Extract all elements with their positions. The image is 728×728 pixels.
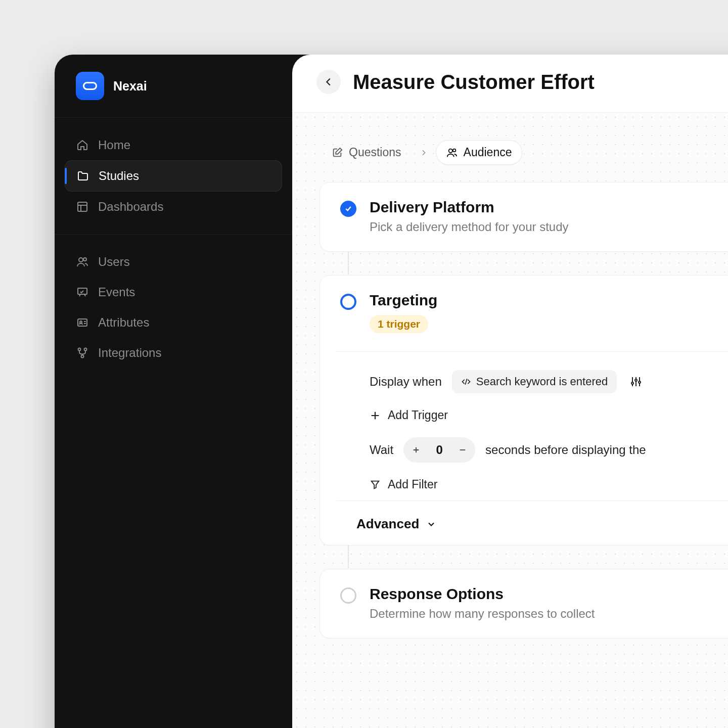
page-title: Measure Customer Effort	[353, 71, 595, 94]
arrow-left-icon	[323, 76, 334, 87]
tab-audience[interactable]: Audience	[436, 140, 523, 165]
brand-logo	[76, 72, 104, 100]
brand-logo-icon	[83, 82, 97, 90]
svg-point-2	[83, 258, 86, 261]
sidebar-item-events[interactable]: Events	[65, 277, 282, 307]
sidebar-item-studies[interactable]: Studies	[65, 160, 282, 192]
brand-name: Nexai	[113, 79, 147, 94]
sidebar-item-label: Studies	[99, 169, 139, 183]
card-delivery-platform[interactable]: Delivery Platform Pick a delivery method…	[320, 182, 728, 252]
wait-label: Wait	[370, 443, 393, 457]
layout-icon	[76, 200, 89, 213]
brand: Nexai	[55, 55, 292, 118]
tab-label: Audience	[464, 146, 512, 159]
svg-point-10	[452, 149, 456, 152]
header: Measure Customer Effort	[292, 55, 728, 113]
tabs: Questions Audience	[320, 140, 728, 165]
filter-icon	[370, 479, 381, 490]
sidebar-item-label: Home	[98, 138, 130, 152]
users-icon	[76, 255, 89, 268]
card-targeting: Targeting 1 trigger Display when Search …	[320, 275, 728, 545]
wait-value: 0	[427, 443, 452, 457]
sidebar-item-label: Dashboards	[98, 200, 163, 214]
status-pending-icon	[340, 587, 356, 604]
presentation-icon	[76, 286, 89, 299]
folder-icon	[76, 169, 89, 183]
edit-icon	[332, 147, 343, 158]
display-when-row: Display when Search keyword is entered	[370, 370, 728, 393]
sidebar: Nexai Home Studies Dashboards	[55, 55, 292, 728]
sidebar-item-users[interactable]: Users	[65, 247, 282, 277]
card-body: Response Options Determine how many resp…	[370, 585, 728, 621]
plus-icon	[370, 410, 381, 421]
svg-point-1	[79, 258, 83, 262]
sidebar-item-label: Attributes	[98, 315, 149, 330]
trigger-chip-label: Search keyword is entered	[476, 375, 608, 388]
card-subtitle: Pick a delivery method for your study	[370, 220, 728, 234]
trigger-settings-button[interactable]	[627, 373, 645, 391]
users-icon	[446, 147, 458, 158]
tab-questions[interactable]: Questions	[322, 141, 412, 164]
chevron-down-icon	[426, 519, 436, 529]
svg-point-7	[84, 348, 87, 351]
card-title: Delivery Platform	[370, 199, 728, 216]
svg-point-13	[639, 381, 641, 383]
main-panel: Measure Customer Effort Questions Audien…	[292, 55, 728, 728]
decrement-button[interactable]	[452, 439, 473, 461]
minus-icon	[458, 445, 467, 454]
sidebar-item-attributes[interactable]: Attributes	[65, 307, 282, 338]
sidebar-item-integrations[interactable]: Integrations	[65, 338, 282, 368]
nav-group-secondary: Users Events Attributes Integrations	[55, 235, 292, 380]
svg-rect-0	[78, 202, 87, 211]
targeting-content: Display when Search keyword is entered	[336, 351, 728, 491]
svg-rect-4	[78, 319, 87, 326]
sliders-icon	[630, 376, 642, 388]
tab-label: Questions	[349, 146, 401, 159]
wait-stepper: 0	[403, 437, 475, 463]
sidebar-item-label: Integrations	[98, 346, 161, 360]
svg-point-11	[631, 382, 633, 384]
status-active-icon	[340, 294, 356, 310]
branch-icon	[76, 346, 89, 359]
sidebar-item-label: Events	[98, 285, 135, 299]
sidebar-item-label: Users	[98, 255, 130, 269]
wait-row: Wait 0 seconds before displaying t	[370, 437, 728, 463]
content: Questions Audience Delivery Platform Pic…	[292, 113, 728, 728]
advanced-toggle[interactable]: Advanced	[336, 500, 728, 532]
svg-point-5	[80, 321, 82, 323]
add-filter-button[interactable]: Add Filter	[370, 478, 437, 491]
sidebar-item-dashboards[interactable]: Dashboards	[65, 192, 282, 222]
card-body: Targeting 1 trigger Display when Search …	[370, 292, 728, 532]
sidebar-item-home[interactable]: Home	[65, 130, 282, 160]
trigger-chip[interactable]: Search keyword is entered	[452, 370, 617, 393]
card-body: Delivery Platform Pick a delivery method…	[370, 199, 728, 234]
svg-point-12	[635, 379, 637, 381]
card-title: Response Options	[370, 585, 728, 603]
advanced-label: Advanced	[356, 516, 419, 532]
svg-point-9	[448, 149, 452, 152]
status-done-icon	[340, 201, 356, 217]
home-icon	[76, 139, 89, 152]
code-icon	[461, 377, 471, 387]
plus-icon	[412, 445, 421, 454]
card-subtitle: Determine how many responses to collect	[370, 607, 728, 621]
add-trigger-button[interactable]: Add Trigger	[370, 408, 448, 422]
display-when-label: Display when	[370, 375, 442, 389]
increment-button[interactable]	[405, 439, 427, 461]
card-title: Targeting	[370, 292, 728, 309]
id-icon	[76, 316, 89, 329]
add-trigger-row: Add Trigger	[370, 408, 728, 422]
back-button[interactable]	[316, 70, 341, 94]
svg-point-6	[78, 348, 81, 351]
trigger-count-badge: 1 trigger	[370, 315, 428, 333]
svg-point-8	[81, 355, 84, 358]
add-filter-label: Add Filter	[388, 478, 437, 491]
nav-group-main: Home Studies Dashboards	[55, 118, 292, 235]
add-filter-row: Add Filter	[370, 478, 728, 491]
app-window: Nexai Home Studies Dashboards	[55, 55, 728, 728]
add-trigger-label: Add Trigger	[388, 408, 448, 422]
wait-suffix: seconds before displaying the	[485, 443, 646, 457]
chevron-right-icon	[420, 149, 428, 157]
card-response-options[interactable]: Response Options Determine how many resp…	[320, 569, 728, 639]
